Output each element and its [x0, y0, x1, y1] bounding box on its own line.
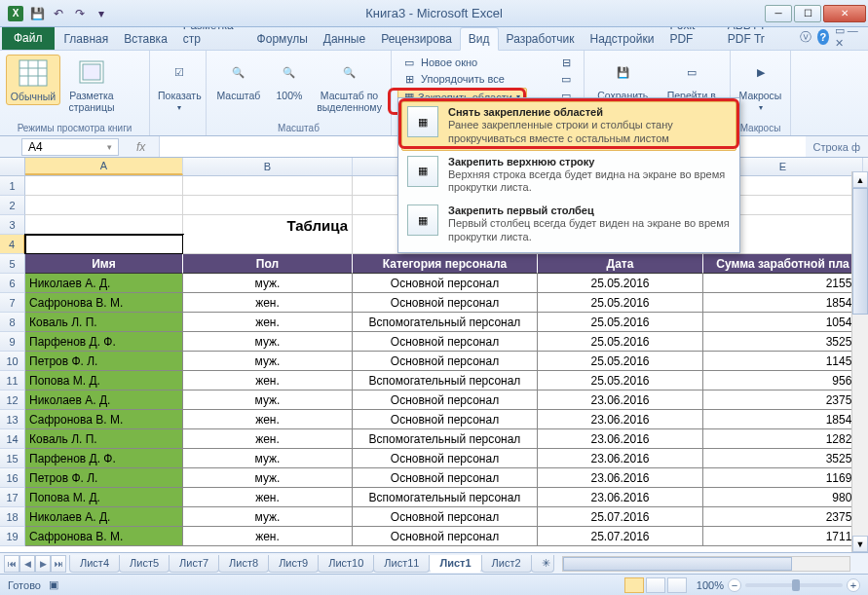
- cell-name[interactable]: Попова М. Д.: [25, 488, 183, 507]
- cell-date[interactable]: 25.05.2016: [538, 274, 703, 293]
- freeze-first-col-item[interactable]: ▦ Закрепить первый столбец Первый столбе…: [401, 200, 736, 249]
- cell-sex[interactable]: муж.: [183, 507, 353, 527]
- cell-name[interactable]: Сафронова В. М.: [25, 293, 183, 313]
- cell-name[interactable]: Коваль Л. П.: [25, 429, 183, 449]
- row-header[interactable]: 1: [0, 176, 25, 196]
- row-header[interactable]: 4: [0, 235, 25, 254]
- normal-view-button[interactable]: Обычный: [6, 55, 60, 105]
- cell-category[interactable]: Основной персонал: [353, 507, 538, 527]
- cell-name[interactable]: Парфенов Д. Ф.: [25, 332, 183, 352]
- cell-date[interactable]: 25.05.2016: [538, 332, 703, 352]
- help-icon[interactable]: ?: [817, 29, 829, 45]
- row-header[interactable]: 16: [0, 468, 25, 488]
- cell-name[interactable]: Сафронова В. М.: [25, 527, 183, 546]
- sheet-nav-next-icon[interactable]: ▶: [35, 555, 51, 573]
- cell-sex[interactable]: муж.: [183, 352, 353, 371]
- cell-date[interactable]: 23.06.2016: [538, 449, 703, 468]
- cell-category[interactable]: Основной персонал: [353, 527, 538, 546]
- save-icon[interactable]: 💾: [27, 4, 47, 23]
- tab-home[interactable]: Главная: [57, 28, 117, 50]
- namebox-dropdown-icon[interactable]: ▾: [107, 142, 112, 152]
- cell-sum[interactable]: 18546: [703, 410, 863, 429]
- cell-date[interactable]: 23.06.2016: [538, 488, 703, 507]
- row-header[interactable]: 6: [0, 274, 25, 293]
- row-header[interactable]: 19: [0, 527, 25, 546]
- sheet-tab[interactable]: Лист10: [318, 555, 374, 573]
- sheet-tab[interactable]: Лист11: [373, 555, 430, 573]
- row-header[interactable]: 3: [0, 215, 25, 235]
- minimize-button[interactable]: ─: [765, 5, 792, 22]
- row-header[interactable]: 8: [0, 313, 25, 332]
- page-layout-button[interactable]: Разметка страницы: [64, 55, 119, 115]
- cell-sex[interactable]: муж.: [183, 332, 353, 352]
- macros-button[interactable]: ▶ Макросы▾: [736, 55, 784, 114]
- cell-sum[interactable]: 21556: [703, 274, 863, 293]
- cell-name[interactable]: Николаев А. Д.: [25, 390, 183, 410]
- tab-data[interactable]: Данные: [316, 28, 373, 50]
- cell-category[interactable]: Основной персонал: [353, 468, 538, 488]
- cell-date[interactable]: 25.07.2016: [538, 527, 703, 546]
- table-title[interactable]: Таблица: [183, 215, 353, 235]
- cell-date[interactable]: 25.05.2016: [538, 293, 703, 313]
- row-header[interactable]: 12: [0, 390, 25, 410]
- file-tab[interactable]: Файл: [2, 26, 55, 50]
- cell-date[interactable]: 23.06.2016: [538, 468, 703, 488]
- cell-date[interactable]: 23.06.2016: [538, 429, 703, 449]
- cell-name[interactable]: Парфенов Д. Ф.: [25, 449, 183, 468]
- sheet-tab[interactable]: Лист8: [218, 555, 269, 573]
- cell-sex[interactable]: муж.: [183, 274, 353, 293]
- cell-sum[interactable]: 11456: [703, 352, 863, 371]
- qat-dropdown-icon[interactable]: ▾: [92, 4, 111, 23]
- vertical-scrollbar[interactable]: ▲ ▼: [851, 171, 868, 552]
- row-header[interactable]: 17: [0, 488, 25, 507]
- cell-sex[interactable]: муж.: [183, 390, 353, 410]
- tab-view[interactable]: Вид: [460, 27, 499, 51]
- row-header[interactable]: 11: [0, 371, 25, 390]
- cell-sum[interactable]: 18546: [703, 293, 863, 313]
- zoom-out-button[interactable]: −: [728, 578, 741, 592]
- cell-category[interactable]: Вспомогательный персонал: [353, 371, 538, 390]
- show-button[interactable]: ☑ Показать▾: [156, 55, 204, 114]
- zoom-button[interactable]: 🔍 Масштаб: [212, 55, 265, 103]
- vscroll-thumb[interactable]: [852, 188, 868, 315]
- cell-name[interactable]: Коваль Л. П.: [25, 313, 183, 332]
- zoom-slider[interactable]: [745, 583, 843, 587]
- cell-name[interactable]: Петров Ф. Л.: [25, 352, 183, 371]
- fx-icon[interactable]: fx: [129, 140, 153, 154]
- cell-date[interactable]: 25.05.2016: [538, 352, 703, 371]
- cell-name[interactable]: Сафронова В. М.: [25, 410, 183, 429]
- scroll-up-icon[interactable]: ▲: [852, 171, 868, 188]
- cell-sum[interactable]: 35254: [703, 332, 863, 352]
- sheet-nav-prev-icon[interactable]: ◀: [19, 555, 35, 573]
- cell-category[interactable]: Вспомогательный персонал: [353, 429, 538, 449]
- new-sheet-button[interactable]: ✳: [531, 555, 554, 573]
- header-sex[interactable]: Пол: [183, 254, 353, 274]
- arrange-all-button[interactable]: ⊞Упорядочить все: [397, 71, 527, 87]
- cell-date[interactable]: 25.07.2016: [538, 507, 703, 527]
- sheet-tab[interactable]: Лист5: [119, 555, 170, 573]
- cell-sex[interactable]: жен.: [183, 293, 353, 313]
- col-header-b[interactable]: B: [183, 158, 353, 175]
- cell-category[interactable]: Основной персонал: [353, 293, 538, 313]
- header-name[interactable]: Имя: [25, 254, 183, 274]
- sheet-tab[interactable]: Лист2: [481, 555, 532, 573]
- cell-category[interactable]: Основной персонал: [353, 332, 538, 352]
- cell-sum[interactable]: 35254: [703, 449, 863, 468]
- ribbon-minimize-icon[interactable]: ⓥ: [800, 29, 811, 46]
- cell-sex[interactable]: жен.: [183, 429, 353, 449]
- new-window-button[interactable]: ▭Новое окно: [397, 55, 527, 70]
- cell-sum[interactable]: 9800: [703, 488, 863, 507]
- cell-sum[interactable]: 23754: [703, 507, 863, 527]
- close-button[interactable]: ✕: [823, 5, 866, 22]
- cell-sex[interactable]: муж.: [183, 468, 353, 488]
- sheet-tab[interactable]: Лист7: [169, 555, 219, 573]
- cell-sum[interactable]: 10546: [703, 313, 863, 332]
- active-cell[interactable]: [25, 235, 183, 254]
- row-header[interactable]: 5: [0, 254, 25, 274]
- cell-category[interactable]: Основной персонал: [353, 274, 538, 293]
- cell-sex[interactable]: жен.: [183, 488, 353, 507]
- cell-category[interactable]: Вспомогательный персонал: [353, 488, 538, 507]
- split-button[interactable]: ⊟: [554, 55, 578, 70]
- name-box[interactable]: A4 ▾: [21, 138, 119, 156]
- header-category[interactable]: Категория персонала: [353, 254, 538, 274]
